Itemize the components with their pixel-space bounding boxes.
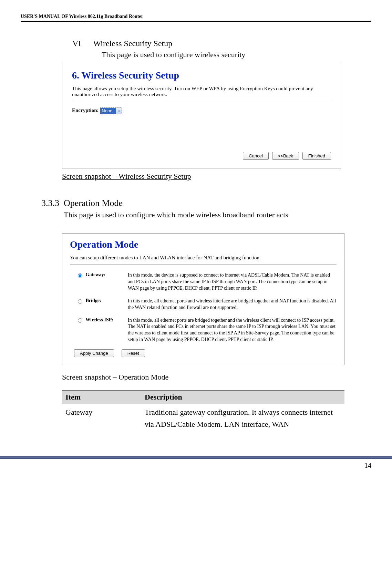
op-row-bridge: Bridge: In this mode, all ethernet ports… [70,298,337,311]
screenshot-caption-1: Screen snapshot – Wireless Security Setu… [62,172,371,181]
apply-change-button[interactable]: Apply Change [74,349,114,357]
table-row: Gateway Traditional gateway configuratio… [62,404,344,433]
op-text-gateway: In this mode, the device is supposed to … [128,272,337,292]
reset-button[interactable]: Reset [122,349,145,357]
section-vi-heading: VI Wireless Security Setup [72,39,371,48]
op-label-gateway: Gateway: [86,272,106,277]
th-description: Description [141,390,344,404]
page-number: 14 [0,459,392,480]
td-item-gateway: Gateway [62,404,141,433]
back-button[interactable]: <<Back [272,152,299,160]
section-333-num: 3.3.3 [41,198,59,208]
op-label-bridge: Bridge: [86,298,101,303]
td-desc-gateway: Traditional gateway configuration. It al… [141,404,344,433]
op-row-wisp: Wireless ISP: In this mode, all ethernet… [70,317,337,343]
op-panel-desc: You can setup different modes to LAN and… [70,255,337,265]
panel6-title: 6. Wireless Security Setup [72,70,331,81]
section-333-intro: This page is used to configure which mod… [64,210,371,219]
op-row-gateway: Gateway: In this mode, the device is sup… [70,272,337,292]
encryption-select[interactable]: None▾ [100,107,122,114]
panel6-desc: This page allows you setup the wireless … [72,86,331,101]
cancel-button[interactable]: Cancel [243,152,268,160]
radio-wireless-isp[interactable] [78,318,82,323]
op-label-wisp: Wireless ISP: [85,317,113,322]
op-text-bridge: In this mode, all ethernet ports and wir… [128,298,337,311]
section-vi-num: VI [72,39,91,48]
encryption-label: Encryption: [72,107,99,113]
running-header: USER'S MANUAL OF Wireless 802.11g Broadb… [21,14,371,22]
section-vi-title: Wireless Security Setup [93,39,173,48]
finished-button[interactable]: Finished [302,152,331,160]
footer-rule [0,456,392,459]
section-333-heading: 3.3.3 Operation Mode [41,198,371,208]
radio-gateway[interactable] [78,273,82,278]
screenshot-caption-2: Screen snapshot – Operation Mode [62,373,371,382]
section-vi-intro: This page is used to configure wireless … [102,50,371,59]
section-333-title: Operation Mode [64,198,123,208]
chevron-down-icon: ▾ [116,108,122,114]
operation-mode-panel: Operation Mode You can setup different m… [62,233,344,365]
wireless-security-panel: 6. Wireless Security Setup This page all… [62,63,341,168]
op-panel-title: Operation Mode [70,239,337,250]
op-text-wisp: In this mode, all ethernet ports are bri… [128,317,337,343]
encryption-value: None [100,108,116,114]
description-table: Item Description Gateway Traditional gat… [62,390,344,432]
th-item: Item [62,390,141,404]
radio-bridge[interactable] [78,299,82,304]
